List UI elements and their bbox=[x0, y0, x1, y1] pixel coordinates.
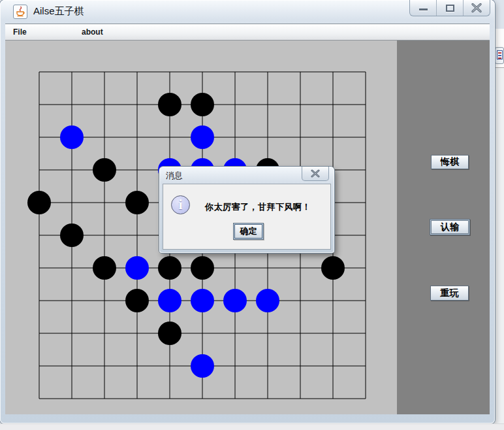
stone-black bbox=[158, 93, 181, 116]
stone-blue bbox=[191, 289, 214, 312]
close-icon bbox=[471, 3, 482, 13]
maximize-icon bbox=[446, 5, 454, 12]
maximize-button[interactable] bbox=[437, 0, 464, 16]
dialog-title: 消息 bbox=[166, 170, 183, 182]
stone-blue bbox=[125, 256, 149, 280]
title-bar[interactable]: Ailse五子棋 bbox=[0, 0, 495, 24]
minimize-button[interactable] bbox=[410, 0, 437, 16]
stone-black bbox=[125, 289, 149, 312]
minimize-icon bbox=[419, 8, 428, 10]
background-titlebar-fragment bbox=[494, 0, 504, 29]
dialog-close-button[interactable] bbox=[302, 167, 329, 181]
stone-black bbox=[27, 191, 51, 214]
stone-blue bbox=[191, 125, 214, 149]
stone-black bbox=[93, 256, 116, 280]
stone-black bbox=[321, 256, 345, 280]
ok-button[interactable]: 确定 bbox=[233, 223, 264, 240]
info-icon: i bbox=[171, 195, 190, 214]
menu-bar: File about bbox=[5, 24, 490, 41]
stone-black bbox=[93, 158, 116, 182]
stone-black bbox=[125, 191, 149, 214]
menu-item-about[interactable]: about bbox=[79, 24, 106, 40]
background-app-icon bbox=[497, 50, 503, 59]
stone-blue bbox=[223, 289, 247, 312]
stone-blue bbox=[256, 289, 279, 312]
window-controls bbox=[409, 0, 490, 16]
stone-black bbox=[158, 256, 181, 280]
desktop-background bbox=[0, 423, 504, 430]
stone-blue bbox=[191, 354, 214, 378]
background-window-fragment bbox=[494, 0, 504, 430]
replay-button[interactable]: 重玩 bbox=[430, 286, 469, 301]
window-title: Ailse五子棋 bbox=[33, 5, 84, 18]
stone-black bbox=[191, 256, 214, 280]
close-icon bbox=[310, 169, 321, 178]
stone-black bbox=[60, 223, 84, 247]
close-button[interactable] bbox=[464, 0, 490, 16]
background-toolbar-fragment bbox=[494, 29, 504, 68]
java-coffee-cup-icon bbox=[13, 5, 27, 19]
message-dialog: 消息 i 你太厉害了，甘拜下风啊！ 确定 bbox=[159, 167, 334, 253]
stone-blue bbox=[60, 125, 84, 149]
menu-item-file[interactable]: File bbox=[10, 24, 29, 40]
resign-button[interactable]: 认输 bbox=[430, 219, 470, 235]
stone-blue bbox=[158, 289, 181, 312]
dialog-content: i 你太厉害了，甘拜下风啊！ 确定 bbox=[163, 184, 331, 250]
stone-black bbox=[158, 322, 181, 345]
stone-black bbox=[191, 93, 214, 116]
undo-move-button[interactable]: 悔棋 bbox=[431, 155, 469, 169]
side-panel: 悔棋 认输 重玩 bbox=[397, 41, 490, 414]
dialog-message: 你太厉害了，甘拜下风啊！ bbox=[205, 201, 311, 213]
